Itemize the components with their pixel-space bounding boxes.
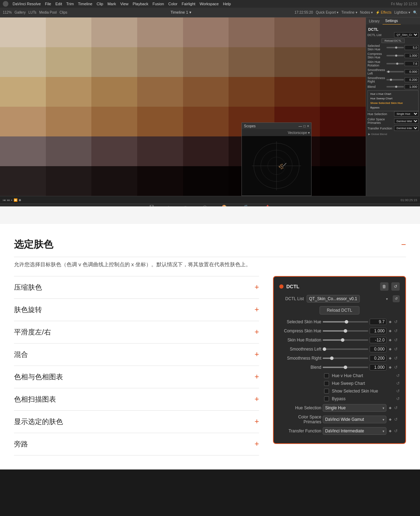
- doc-item-show-skin-expand[interactable]: +: [254, 417, 259, 426]
- doc-item-compress-expand[interactable]: +: [254, 283, 259, 292]
- select-hue-selection-diamond[interactable]: ◆: [388, 406, 393, 410]
- vectorscope-tab[interactable]: Vectorscope ▾: [288, 131, 310, 135]
- checkbox-show-selected-skin-hue-reset[interactable]: ↺: [396, 389, 400, 394]
- select-color-space-input[interactable]: DaVinci Wide Gamut: [323, 416, 386, 423]
- param-selected-skin-hue-reset[interactable]: ↺: [394, 319, 400, 324]
- scopes-maximize[interactable]: □: [303, 124, 306, 128]
- param-smoothness-left-slider[interactable]: [323, 348, 368, 350]
- select-hue-selection-reset[interactable]: ↺: [394, 405, 400, 410]
- blend-slider[interactable]: [386, 86, 404, 87]
- doc-item-blend-expand[interactable]: +: [254, 350, 259, 359]
- menu-davinci[interactable]: DaVinci Resolve: [13, 2, 41, 6]
- hue-selection-select[interactable]: Single Hue: [394, 111, 419, 116]
- dctl-list-select[interactable]: QT_Skin_Co...essor_v0.1: [394, 32, 419, 37]
- select-transfer-function-diamond[interactable]: ◆: [388, 429, 393, 433]
- menu-trim[interactable]: Trim: [66, 2, 74, 6]
- menu-fusion[interactable]: Fusion: [153, 2, 164, 6]
- reload-dctl-btn[interactable]: Reload DCTL: [382, 38, 405, 43]
- toolbar-luts[interactable]: LUTs: [28, 10, 36, 14]
- param-blend-diamond[interactable]: ◆: [388, 365, 393, 369]
- checkbox-hue-v-hue-input[interactable]: [324, 373, 329, 378]
- transfer-function-select[interactable]: DaVinci Intermediate: [394, 126, 419, 131]
- quick-export[interactable]: Quick Export ▾: [316, 10, 338, 14]
- toolbar-zoom[interactable]: 112%: [3, 10, 12, 14]
- toolbar-gallery[interactable]: Gallery: [15, 10, 26, 14]
- select-hue-selection-input[interactable]: Single Hue: [323, 404, 386, 412]
- context-menu-item-show-skin[interactable]: Show Selected Skin Hue: [369, 101, 417, 105]
- toolbar-clips[interactable]: Clips: [59, 10, 67, 14]
- menu-mark[interactable]: Mark: [107, 2, 116, 6]
- color-space-select[interactable]: DaVinci Wide Gamut: [394, 119, 419, 124]
- checkbox-bypass-reset[interactable]: ↺: [396, 396, 400, 401]
- tab-color[interactable]: 🎨 Color: [220, 205, 229, 207]
- selected-skin-hue-slider[interactable]: [386, 47, 404, 48]
- checkbox-hue-v-hue-reset[interactable]: ↺: [396, 373, 400, 378]
- checkbox-hue-sweep-reset[interactable]: ↺: [396, 381, 400, 386]
- param-compress-skin-hue-reset[interactable]: ↺: [394, 328, 400, 333]
- checkbox-bypass-input[interactable]: [324, 396, 329, 401]
- tab-media[interactable]: 🎞 Media: [147, 205, 156, 207]
- param-skin-hue-rotation-diamond[interactable]: ◆: [388, 338, 393, 342]
- tab-edit[interactable]: ✏ Edit: [183, 205, 189, 207]
- scopes-close[interactable]: ×: [307, 124, 309, 128]
- checkbox-hue-sweep-input[interactable]: [324, 381, 329, 386]
- param-blend-reset[interactable]: ↺: [394, 365, 400, 370]
- smoothness-right-slider[interactable]: [386, 79, 404, 80]
- tab-fusion[interactable]: ⬡ Fusion: [200, 205, 210, 207]
- param-smoothness-right-slider[interactable]: [323, 358, 368, 359]
- select-transfer-function-reset[interactable]: ↺: [394, 429, 400, 433]
- context-menu-item-bypass[interactable]: Bypass: [369, 105, 417, 110]
- param-smoothness-left-diamond[interactable]: ◆: [388, 347, 393, 351]
- smoothness-left-slider[interactable]: [386, 71, 404, 72]
- toolbar-media-pool[interactable]: Media Pool: [39, 10, 57, 14]
- doc-item-smoothness-expand[interactable]: +: [254, 327, 259, 337]
- dctl-reset-all-btn[interactable]: ↺: [391, 282, 400, 291]
- param-smoothness-left-reset[interactable]: ↺: [394, 347, 400, 352]
- menu-fairlight[interactable]: Fairlight: [182, 2, 195, 6]
- param-selected-skin-hue-slider[interactable]: [323, 321, 368, 323]
- menu-color[interactable]: Color: [168, 2, 177, 6]
- param-smoothness-right-diamond[interactable]: ◆: [388, 356, 393, 360]
- checkbox-show-selected-skin-hue-input[interactable]: [324, 389, 329, 394]
- dctl-list-select-panel[interactable]: QT_Skin_Co...essor_v0.1: [307, 295, 360, 303]
- view-options[interactable]: Timeline ▾: [341, 10, 357, 14]
- menu-edit[interactable]: Edit: [55, 2, 62, 6]
- menu-playback[interactable]: Playback: [133, 2, 148, 6]
- reload-dctl-panel-btn[interactable]: Reload DCTL: [320, 306, 360, 314]
- menu-timeline[interactable]: Timeline: [78, 2, 92, 6]
- menu-workspace[interactable]: Workspace: [200, 2, 219, 6]
- collapse-icon[interactable]: −: [401, 240, 406, 249]
- menu-file[interactable]: File: [45, 2, 51, 6]
- context-menu-item-hue-sweep[interactable]: Hue Sweep Chart: [369, 96, 417, 101]
- library-tab[interactable]: Library: [366, 17, 383, 24]
- select-transfer-function-input[interactable]: DaVinci Intermediate: [323, 427, 386, 435]
- param-blend-slider[interactable]: [323, 367, 368, 368]
- param-skin-hue-rotation-reset[interactable]: ↺: [394, 338, 400, 342]
- param-compress-skin-hue-diamond[interactable]: ◆: [388, 329, 393, 333]
- settings-tab[interactable]: Settings: [383, 17, 401, 24]
- param-smoothness-right-reset[interactable]: ↺: [394, 356, 400, 361]
- dctl-list-reset-btn[interactable]: ↺: [393, 295, 400, 302]
- param-skin-hue-rotation-slider[interactable]: [323, 339, 368, 341]
- dctl-trash-btn[interactable]: 🗑: [380, 282, 388, 291]
- search-icon[interactable]: 🔍: [413, 10, 417, 14]
- tab-cut[interactable]: ✂ Cut: [167, 205, 173, 207]
- select-color-space-diamond[interactable]: ◆: [388, 417, 393, 421]
- node-view[interactable]: Nodes ▾: [360, 10, 373, 14]
- context-menu-item-hue-hue[interactable]: Hue v Hue Chart: [369, 92, 417, 96]
- param-compress-skin-hue-slider[interactable]: [323, 330, 368, 332]
- menu-view[interactable]: View: [120, 2, 128, 6]
- doc-item-hue-sweep-expand[interactable]: +: [254, 395, 259, 404]
- menu-clip[interactable]: Clip: [97, 2, 103, 6]
- doc-item-bypass-expand[interactable]: +: [254, 439, 259, 448]
- lightbox[interactable]: Lightbox ▾: [394, 10, 410, 14]
- doc-item-rotation-expand[interactable]: +: [254, 305, 259, 314]
- effects-tab[interactable]: ⚡ Effects: [376, 10, 391, 14]
- tab-deliver[interactable]: 📤 Deliver: [262, 205, 273, 207]
- menu-help[interactable]: Help: [223, 2, 231, 6]
- scopes-minimize[interactable]: —: [299, 124, 302, 128]
- doc-item-hue-chart-expand[interactable]: +: [254, 372, 259, 381]
- skin-hue-rotation-slider[interactable]: [386, 63, 404, 64]
- param-selected-skin-hue-diamond[interactable]: ◆: [388, 320, 393, 324]
- compress-skin-hue-slider[interactable]: [386, 55, 404, 56]
